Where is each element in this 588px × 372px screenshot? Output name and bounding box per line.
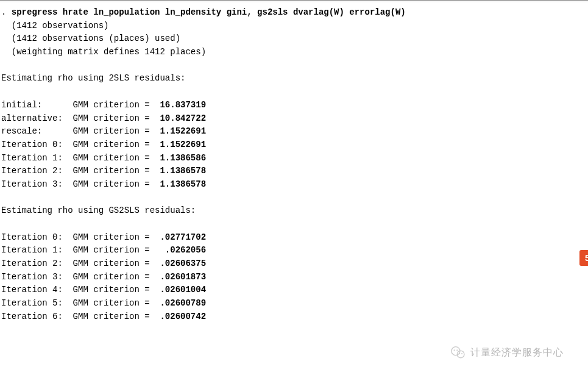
iter-mid: GMM criterion = [68, 272, 160, 282]
iter-label: Iteration 2: [1, 259, 68, 268]
iter-value: 1.1386586 [160, 153, 206, 163]
iteration-row: alternative: GMM criterion = 10.842722 [1, 112, 588, 126]
watermark: 计量经济学服务中心 [450, 344, 564, 361]
iter-mid: GMM criterion = [68, 179, 160, 189]
iter-label: Iteration 0: [1, 140, 68, 149]
iteration-row: Iteration 1: GMM criterion = .0262056 [1, 244, 588, 257]
iter-value: .02601004 [160, 285, 206, 295]
info-line: (1412 observations (places) used) [1, 32, 588, 46]
iter-value: .02606375 [160, 259, 206, 268]
iteration-row: Iteration 2: GMM criterion = .02606375 [1, 257, 588, 271]
iter-value: .0262056 [165, 245, 206, 255]
info-line: (1412 observations) [1, 20, 588, 33]
iter-label: Iteration 2: [1, 166, 68, 176]
blank-line [1, 85, 588, 99]
iter-value: 10.842722 [160, 113, 206, 123]
prompt: . [1, 7, 12, 17]
wechat-icon [450, 344, 467, 361]
iter-mid: GMM criterion = [68, 245, 165, 255]
iter-value: .02600789 [160, 298, 206, 308]
stata-output: . spregress hrate ln_population ln_pdens… [0, 2, 588, 324]
iteration-row: Iteration 3: GMM criterion = .02601873 [1, 271, 588, 284]
svg-point-5 [461, 353, 462, 354]
blank-line [1, 59, 588, 73]
iter-label: initial: [1, 100, 68, 110]
command-text: spregress hrate ln_population ln_pdensit… [12, 7, 406, 17]
iter-mid: GMM criterion = [68, 140, 160, 149]
iter-mid: GMM criterion = [68, 298, 160, 308]
watermark-text: 计量经济学服务中心 [470, 346, 564, 359]
iter-value: 1.1386578 [160, 179, 206, 189]
iteration-row: Iteration 4: GMM criterion = .02601004 [1, 284, 588, 297]
iter-mid: GMM criterion = [68, 285, 160, 295]
html5-badge-icon: 5 [579, 250, 588, 266]
iter-label: Iteration 1: [1, 245, 68, 255]
iteration-row: Iteration 5: GMM criterion = .02600789 [1, 297, 588, 310]
iter-value: 1.1386578 [160, 166, 206, 176]
iter-value: .02771702 [160, 232, 206, 242]
command-line: . spregress hrate ln_population ln_pdens… [1, 6, 588, 20]
iter-value: 1.1522691 [160, 140, 206, 149]
iter-label: rescale: [1, 126, 68, 136]
iter-label: Iteration 0: [1, 232, 68, 242]
blank-line [1, 218, 588, 231]
iteration-row: Iteration 1: GMM criterion = 1.1386586 [1, 152, 588, 165]
iteration-row: Iteration 6: GMM criterion = .02600742 [1, 310, 588, 324]
iter-mid: GMM criterion = [68, 100, 160, 110]
iter-value: .02600742 [160, 312, 206, 321]
iteration-row: initial: GMM criterion = 16.837319 [1, 99, 588, 112]
iter-label: Iteration 1: [1, 153, 68, 163]
svg-point-4 [459, 353, 460, 354]
iter-label: Iteration 5: [1, 298, 68, 308]
iter-mid: GMM criterion = [68, 259, 160, 268]
iter-mid: GMM criterion = [68, 113, 160, 123]
iteration-row: Iteration 2: GMM criterion = 1.1386578 [1, 165, 588, 178]
svg-point-2 [454, 349, 455, 351]
blank-line [1, 191, 588, 205]
iteration-row: Iteration 3: GMM criterion = 1.1386578 [1, 178, 588, 191]
iter-label: Iteration 6: [1, 312, 68, 321]
iter-label: Iteration 3: [1, 179, 68, 189]
iter-value: 16.837319 [160, 100, 206, 110]
section-title: Estimating rho using 2SLS residuals: [1, 72, 588, 85]
section-title: Estimating rho using GS2SLS residuals: [1, 204, 588, 218]
iter-mid: GMM criterion = [68, 312, 160, 321]
iter-mid: GMM criterion = [68, 166, 160, 176]
iteration-row: Iteration 0: GMM criterion = 1.1522691 [1, 138, 588, 152]
svg-point-3 [456, 349, 458, 351]
iter-mid: GMM criterion = [68, 153, 160, 163]
iter-value: 1.1522691 [160, 126, 206, 136]
iter-value: .02601873 [160, 272, 206, 282]
iteration-row: rescale: GMM criterion = 1.1522691 [1, 125, 588, 138]
iter-mid: GMM criterion = [68, 232, 160, 242]
info-line: (weighting matrix defines 1412 places) [1, 46, 588, 59]
iter-label: alternative: [1, 113, 68, 123]
iter-label: Iteration 3: [1, 272, 68, 282]
iteration-row: Iteration 0: GMM criterion = .02771702 [1, 231, 588, 245]
iter-mid: GMM criterion = [68, 126, 160, 136]
iter-label: Iteration 4: [1, 285, 68, 295]
